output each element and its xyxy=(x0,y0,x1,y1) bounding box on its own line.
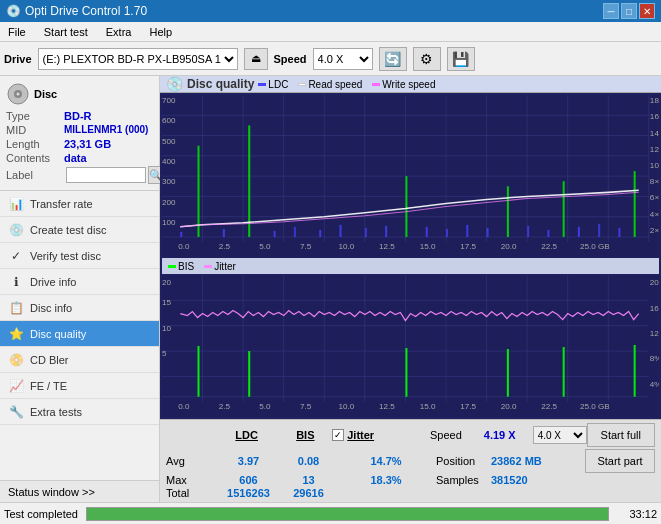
menu-start-test[interactable]: Start test xyxy=(40,25,92,39)
svg-rect-113 xyxy=(507,349,509,397)
sidebar-item-transfer-rate[interactable]: 📊 Transfer rate xyxy=(0,191,159,217)
svg-text:700: 700 xyxy=(162,96,176,105)
menu-help[interactable]: Help xyxy=(145,25,176,39)
svg-rect-54 xyxy=(274,231,276,237)
refresh-button[interactable]: 🔄 xyxy=(379,47,407,71)
svg-text:16%: 16% xyxy=(650,304,659,313)
svg-rect-112 xyxy=(405,348,407,397)
maximize-button[interactable]: □ xyxy=(621,3,637,19)
svg-text:500: 500 xyxy=(162,137,176,146)
drive-label: Drive xyxy=(4,53,32,65)
status-window-label: Status window >> xyxy=(8,486,95,498)
svg-rect-60 xyxy=(405,176,407,237)
disc-quality-icon: ⭐ xyxy=(8,326,24,342)
legend-bis-label: BIS xyxy=(178,261,194,272)
sidebar-item-verify-test-disc[interactable]: ✓ Verify test disc xyxy=(0,243,159,269)
svg-rect-72 xyxy=(634,171,636,237)
type-value: BD-R xyxy=(64,110,92,122)
jitter-checkbox[interactable]: ✓ xyxy=(332,429,344,441)
disc-info-panel: Disc Type BD-R MID MILLENMR1 (000) Lengt… xyxy=(0,76,159,191)
bottom-bar: Test completed 33:12 xyxy=(0,502,661,524)
legend-bis: BIS xyxy=(168,261,194,272)
svg-rect-61 xyxy=(426,227,428,237)
svg-rect-73 xyxy=(162,275,659,417)
svg-rect-68 xyxy=(563,181,565,237)
avg-bis: 0.08 xyxy=(281,455,336,467)
close-button[interactable]: ✕ xyxy=(639,3,655,19)
sidebar-item-create-test-disc[interactable]: 💿 Create test disc xyxy=(0,217,159,243)
svg-text:5.0: 5.0 xyxy=(259,402,271,411)
svg-rect-110 xyxy=(198,346,200,397)
svg-text:7.5: 7.5 xyxy=(300,402,312,411)
progress-bar-container xyxy=(86,507,609,521)
stats-max-row: Max 606 13 18.3% Samples 381520 xyxy=(166,474,655,486)
app-icon: 💿 xyxy=(6,4,21,18)
avg-jitter: 14.7% xyxy=(336,455,436,467)
sidebar-item-cd-bler[interactable]: 📀 CD Bler xyxy=(0,347,159,373)
svg-rect-71 xyxy=(618,228,620,237)
svg-text:4×: 4× xyxy=(650,210,659,219)
eject-button[interactable]: ⏏ xyxy=(244,48,268,70)
legend-jitter-dot xyxy=(204,265,212,268)
nav-label-disc-info: Disc info xyxy=(30,302,72,314)
sidebar-item-extra-tests[interactable]: 🔧 Extra tests xyxy=(0,399,159,425)
menu-file[interactable]: File xyxy=(4,25,30,39)
max-ldc: 606 xyxy=(216,474,281,486)
svg-rect-53 xyxy=(248,125,250,237)
legend-read-speed-label: Read speed xyxy=(308,79,362,90)
svg-text:18×: 18× xyxy=(650,96,659,105)
legend-write-speed: Write speed xyxy=(372,79,435,90)
svg-rect-59 xyxy=(385,226,387,237)
contents-value: data xyxy=(64,152,87,164)
svg-text:10.0: 10.0 xyxy=(338,402,354,411)
stats-col-jitter-wrap: ✓ Jitter xyxy=(332,429,430,441)
status-window-button[interactable]: Status window >> xyxy=(0,480,159,502)
save-button[interactable]: 💾 xyxy=(447,47,475,71)
start-full-button[interactable]: Start full xyxy=(587,423,655,447)
contents-label: Contents xyxy=(6,152,64,164)
svg-text:2×: 2× xyxy=(650,226,659,235)
legend-jitter: Jitter xyxy=(204,261,236,272)
position-value: 23862 MB xyxy=(491,455,571,467)
nav-label-cd-bler: CD Bler xyxy=(30,354,69,366)
speed-select[interactable]: 4.0 X xyxy=(313,48,373,70)
svg-text:7.5: 7.5 xyxy=(300,242,312,251)
svg-rect-62 xyxy=(446,229,448,237)
right-panel: 💿 Disc quality LDC Read speed Write spee… xyxy=(160,76,661,502)
chart-disc-icon: 💿 xyxy=(166,76,183,92)
chart2-legend: BIS Jitter xyxy=(162,258,659,274)
main-area: Disc Type BD-R MID MILLENMR1 (000) Lengt… xyxy=(0,76,661,502)
svg-text:10×: 10× xyxy=(650,161,659,170)
svg-text:15.0: 15.0 xyxy=(420,242,436,251)
progress-bar-fill xyxy=(87,508,608,520)
sidebar-item-disc-quality[interactable]: ⭐ Disc quality xyxy=(0,321,159,347)
legend-ldc-label: LDC xyxy=(268,79,288,90)
drive-select[interactable]: (E:) PLEXTOR BD-R PX-LB950SA 1.06 xyxy=(38,48,238,70)
nav-label-drive-info: Drive info xyxy=(30,276,76,288)
minimize-button[interactable]: ─ xyxy=(603,3,619,19)
svg-rect-55 xyxy=(294,227,296,237)
menu-extra[interactable]: Extra xyxy=(102,25,136,39)
sidebar-item-drive-info[interactable]: ℹ Drive info xyxy=(0,269,159,295)
settings-button[interactable]: ⚙ xyxy=(413,47,441,71)
label-input[interactable] xyxy=(66,167,146,183)
total-label: Total xyxy=(166,487,216,499)
svg-rect-52 xyxy=(223,229,225,237)
svg-rect-70 xyxy=(598,224,600,237)
chart-title: Disc quality xyxy=(187,77,254,91)
drivebar: Drive (E:) PLEXTOR BD-R PX-LB950SA 1.06 … xyxy=(0,42,661,76)
label-label: Label xyxy=(6,169,64,181)
total-bis: 29616 xyxy=(281,487,336,499)
svg-text:0.0: 0.0 xyxy=(178,402,190,411)
max-bis: 13 xyxy=(281,474,336,486)
sidebar-item-disc-info[interactable]: 📋 Disc info xyxy=(0,295,159,321)
start-part-button[interactable]: Start part xyxy=(585,449,655,473)
time-text: 33:12 xyxy=(617,508,657,520)
sidebar-item-fe-te[interactable]: 📈 FE / TE xyxy=(0,373,159,399)
svg-text:16×: 16× xyxy=(650,112,659,121)
left-panel: Disc Type BD-R MID MILLENMR1 (000) Lengt… xyxy=(0,76,160,502)
svg-text:100: 100 xyxy=(162,218,176,227)
mid-value: MILLENMR1 (000) xyxy=(64,124,148,136)
stats-speed-select[interactable]: 4.0 X xyxy=(533,426,587,444)
stats-col-ldc: LDC xyxy=(215,429,279,441)
